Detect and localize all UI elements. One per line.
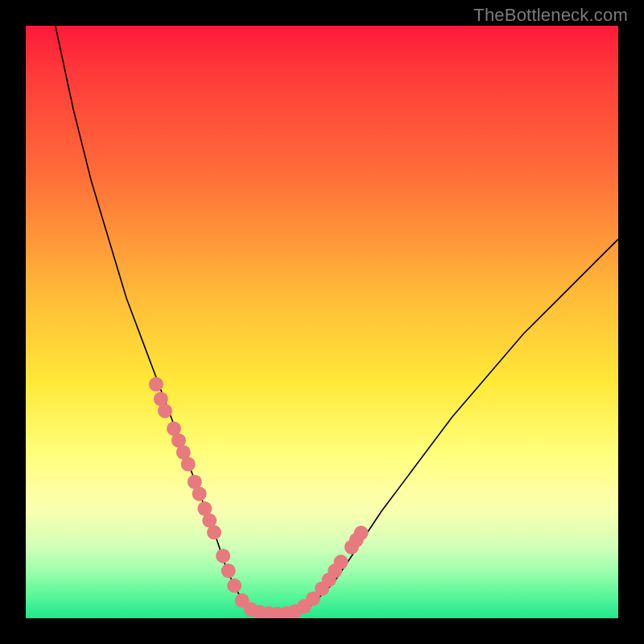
- data-marker: [216, 549, 230, 564]
- data-marker: [158, 403, 172, 418]
- data-marker: [227, 579, 242, 593]
- curve-line: [56, 26, 618, 615]
- data-marker: [192, 486, 207, 501]
- plot-svg: [26, 26, 618, 618]
- data-marker: [149, 377, 163, 391]
- marker-group: [149, 377, 369, 618]
- data-marker: [207, 525, 221, 539]
- plot-area: [26, 26, 618, 618]
- data-marker: [221, 564, 236, 578]
- data-marker: [181, 457, 196, 472]
- data-marker: [334, 555, 349, 569]
- chart-frame: TheBottleneck.com: [0, 0, 644, 644]
- watermark-text: TheBottleneck.com: [473, 5, 628, 26]
- data-marker: [354, 526, 369, 540]
